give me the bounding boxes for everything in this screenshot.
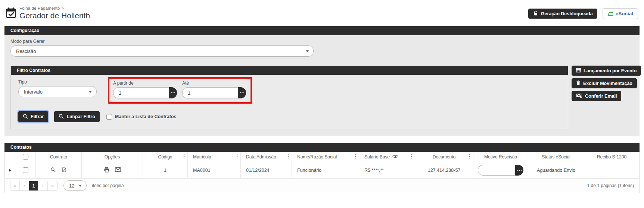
grid-header-row: Contrato Opções Código Matricula Data Ad… (5, 152, 639, 162)
envelope-check-icon (576, 93, 582, 99)
header-expand-column (5, 152, 15, 162)
mode-select[interactable]: Rescisão (10, 45, 314, 57)
ellipsis-icon (171, 92, 175, 94)
column-menu-icon[interactable] (355, 154, 356, 160)
page-size-select[interactable]: 12 (63, 180, 87, 191)
trash-icon (576, 80, 581, 86)
from-picker-button[interactable] (169, 87, 177, 98)
column-menu-icon[interactable] (183, 154, 185, 160)
contracts-section-header: Contratos (4, 143, 640, 152)
chevron-down-icon (306, 50, 309, 52)
contracts-section: Contratos Contrato Opções Código Matricu… (4, 143, 640, 193)
column-menu-icon[interactable] (287, 154, 289, 160)
first-page-button[interactable]: « (10, 181, 20, 190)
generation-unlocked-button[interactable]: Geração Desbloqueada (528, 9, 597, 19)
keep-list-checkbox[interactable] (106, 114, 112, 120)
check-email-button[interactable]: Conferir Email (572, 91, 621, 101)
calendar-check-icon (5, 7, 17, 19)
column-menu-icon[interactable] (236, 154, 238, 160)
cell-status-esocial: Aguardando Envio (528, 162, 584, 178)
last-page-button[interactable]: » (48, 181, 57, 190)
search-icon (59, 114, 64, 120)
items-per-page-label: itens por página (92, 183, 124, 188)
breadcrumb-link[interactable]: Folha de Pagamento (19, 6, 60, 10)
cell-codigo: 1 (143, 162, 188, 178)
column-header-documento[interactable]: Documento (415, 152, 473, 162)
config-section: Configuração Modo para Gerar Rescisão Fi… (4, 26, 640, 136)
motivo-picker-button[interactable] (515, 165, 523, 176)
row-expand-icon[interactable] (9, 169, 11, 172)
breadcrumb[interactable]: Folha de Pagamento> (19, 6, 90, 10)
esocial-icon (607, 10, 614, 17)
cell-matricula: MA0001 (188, 162, 241, 178)
tipo-select[interactable]: Intervalo (18, 86, 97, 97)
eye-icon[interactable] (392, 154, 398, 160)
delete-movement-button[interactable]: Excluir Movimentação (572, 78, 637, 88)
column-header-motivo-rescisao[interactable]: Motivo Rescisão (473, 152, 528, 162)
chevron-down-icon (89, 91, 92, 93)
unlock-icon (533, 10, 538, 17)
cell-nome: Funcionário (292, 162, 359, 178)
row-checkbox[interactable] (23, 167, 28, 173)
tipo-label: Tipo (18, 79, 97, 85)
ellipsis-icon (240, 92, 245, 94)
event-entry-button[interactable]: Lançamento por Evento (572, 66, 641, 76)
filter-button[interactable]: Filtrar (18, 111, 48, 122)
pagination-bar: « ‹ 1 › » 12 itens por página 1 de 1 pág… (5, 179, 639, 193)
column-header-codigo[interactable]: Código (143, 152, 188, 162)
to-input[interactable] (182, 87, 238, 98)
annotation-highlight-box: A partir de (108, 77, 252, 104)
search-icon (23, 114, 28, 120)
cell-recibo (584, 162, 639, 178)
page-summary: 1 de 1 páginas (1 itens) (587, 183, 634, 188)
esocial-button[interactable]: eSocial (603, 8, 638, 19)
next-page-button[interactable]: › (38, 181, 48, 190)
prev-page-button[interactable]: ‹ (20, 181, 29, 190)
to-picker-button[interactable] (238, 87, 246, 98)
page-title: Gerador de Hollerith (19, 11, 90, 20)
filter-section-header: Filtro Contratos (11, 66, 568, 75)
ellipsis-icon (517, 170, 522, 171)
column-menu-icon[interactable] (411, 154, 412, 160)
print-icon[interactable] (104, 167, 110, 174)
from-label: A partir de (113, 81, 177, 86)
column-menu-icon[interactable] (469, 154, 470, 160)
email-icon[interactable] (115, 167, 121, 173)
column-header-recibo[interactable]: Recibo S-1200 (584, 152, 639, 162)
cell-salario: R$ ****,** (359, 162, 415, 178)
column-header-matricula[interactable]: Matricula (188, 152, 241, 162)
motivo-rescisao-input[interactable] (478, 165, 515, 176)
contracts-grid: Contrato Opções Código Matricula Data Ad… (4, 152, 640, 193)
cell-documento: 127.414.238-57 (415, 162, 473, 178)
clear-filter-button[interactable]: Limpar Filtro (54, 111, 99, 122)
from-input[interactable] (113, 87, 169, 98)
column-header-opcoes[interactable]: Opções (82, 152, 143, 162)
mode-label: Modo para Gerar (10, 39, 634, 44)
chevron-down-icon (79, 185, 82, 187)
column-header-data-admissao[interactable]: Data Admissão (241, 152, 292, 162)
keep-list-label: Manter a Lista de Contratos (115, 114, 177, 119)
cell-data-admissao: 01/12/2024 (241, 162, 292, 178)
table-row: 1 MA0001 01/12/2024 Funcionário R$ ****,… (5, 162, 639, 179)
select-all-checkbox[interactable] (23, 154, 28, 160)
column-header-status-esocial[interactable]: Status eSocial (528, 152, 584, 162)
edit-document-icon[interactable] (61, 167, 67, 174)
column-header-nome[interactable]: Nome/Razão Social (292, 152, 359, 162)
config-section-header: Configuração (4, 26, 640, 35)
table-grid-icon (576, 68, 581, 74)
page-number-button[interactable]: 1 (29, 181, 38, 190)
top-bar: Folha de Pagamento> Gerador de Hollerith… (0, 0, 644, 26)
to-label: Até (182, 81, 246, 86)
column-header-salario[interactable]: Salário Base (359, 152, 415, 162)
breadcrumb-separator: > (62, 6, 64, 10)
search-contract-icon[interactable] (50, 167, 56, 174)
filter-contracts-panel: Filtro Contratos Tipo Intervalo (10, 66, 568, 129)
column-header-contrato[interactable]: Contrato (36, 152, 82, 162)
